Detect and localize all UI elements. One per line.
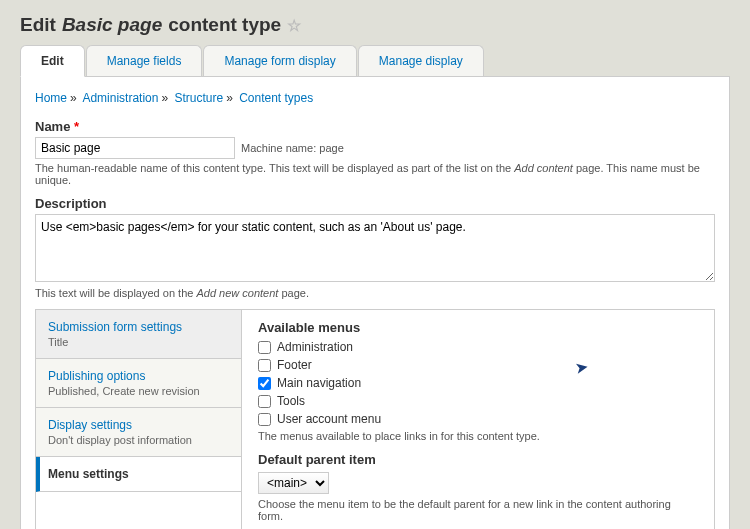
checkbox-input[interactable] xyxy=(258,359,271,372)
menu-checkbox-0[interactable]: Administration xyxy=(258,340,698,354)
breadcrumb-admin[interactable]: Administration xyxy=(82,91,158,105)
machine-name: Machine name: page xyxy=(241,142,344,154)
page-title: Edit Basic page content type ☆ xyxy=(20,14,730,36)
checkbox-input[interactable] xyxy=(258,341,271,354)
name-help: The human-readable name of this content … xyxy=(35,162,715,186)
checkbox-label: Main navigation xyxy=(277,376,361,390)
menu-checkbox-4[interactable]: User account menu xyxy=(258,412,698,426)
checkbox-label: Tools xyxy=(277,394,305,408)
description-textarea[interactable]: Use <em>basic pages</em> for your static… xyxy=(35,214,715,282)
breadcrumb: Home» Administration» Structure» Content… xyxy=(35,91,715,105)
vtab-menu[interactable]: Menu settings xyxy=(36,457,241,492)
description-help: This text will be displayed on the Add n… xyxy=(35,287,715,299)
breadcrumb-content-types[interactable]: Content types xyxy=(239,91,313,105)
default-parent-label: Default parent item xyxy=(258,452,698,467)
available-menus-label: Available menus xyxy=(258,320,698,335)
breadcrumb-home[interactable]: Home xyxy=(35,91,67,105)
name-input[interactable] xyxy=(35,137,235,159)
menu-checkbox-1[interactable]: Footer xyxy=(258,358,698,372)
tab-edit[interactable]: Edit xyxy=(20,45,85,77)
tab-manage-fields[interactable]: Manage fields xyxy=(86,45,203,76)
checkbox-input[interactable] xyxy=(258,413,271,426)
checkbox-input[interactable] xyxy=(258,377,271,390)
vtab-submission[interactable]: Submission form settings Title xyxy=(36,310,241,359)
vertical-tabs: Submission form settings Title Publishin… xyxy=(35,309,715,529)
tab-manage-form-display[interactable]: Manage form display xyxy=(203,45,356,76)
menu-checkbox-2[interactable]: Main navigation xyxy=(258,376,698,390)
default-parent-help: Choose the menu item to be the default p… xyxy=(258,498,698,522)
vtab-display[interactable]: Display settings Don't display post info… xyxy=(36,408,241,457)
available-menus-help: The menus available to place links in fo… xyxy=(258,430,698,442)
description-label: Description xyxy=(35,196,715,211)
breadcrumb-structure[interactable]: Structure xyxy=(174,91,223,105)
primary-tabs: Edit Manage fields Manage form display M… xyxy=(20,45,730,77)
default-parent-select[interactable]: <main> xyxy=(258,472,329,494)
tab-manage-display[interactable]: Manage display xyxy=(358,45,484,76)
checkbox-label: Footer xyxy=(277,358,312,372)
star-icon[interactable]: ☆ xyxy=(287,16,301,35)
checkbox-label: User account menu xyxy=(277,412,381,426)
checkbox-input[interactable] xyxy=(258,395,271,408)
checkbox-label: Administration xyxy=(277,340,353,354)
vtab-publishing[interactable]: Publishing options Published, Create new… xyxy=(36,359,241,408)
name-label: Name * xyxy=(35,119,715,134)
menu-checkbox-3[interactable]: Tools xyxy=(258,394,698,408)
